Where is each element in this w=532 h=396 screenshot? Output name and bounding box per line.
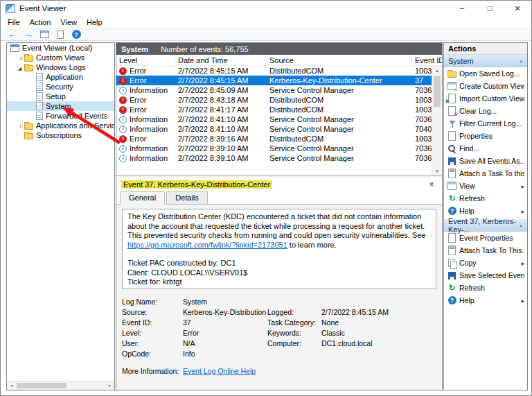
event-row[interactable]: Error 2/7/2022 8:45:15 AM DistributedCOM… <box>116 66 442 76</box>
action-find[interactable]: Find... <box>444 142 527 155</box>
tree-item-custom-views[interactable]: Custom Views <box>7 53 114 62</box>
action-open-saved-log[interactable]: Open Saved Log... <box>444 67 527 80</box>
events-count: Number of events: 56,755 <box>161 45 249 53</box>
tab-general[interactable]: General <box>120 191 165 205</box>
action-help-event[interactable]: Help <box>444 294 527 307</box>
action-label: Create Custom View... <box>459 82 524 90</box>
level-text: Error <box>130 76 146 85</box>
action-import-custom-view[interactable]: Import Custom View... <box>444 92 527 105</box>
action-attach-task-to-event[interactable]: Attach Task To This... <box>444 244 527 257</box>
event-description: The Key Distribution Center (KDC) encoun… <box>122 209 436 289</box>
console-tree-icon[interactable] <box>40 31 49 38</box>
action-create-custom-view[interactable]: Create Custom View... <box>444 80 527 92</box>
forward-icon[interactable] <box>22 29 35 40</box>
action-help[interactable]: Help <box>444 205 527 217</box>
maximize-icon[interactable] <box>476 1 504 16</box>
scrollbar-thumb[interactable] <box>434 76 441 107</box>
tree-item-security[interactable]: Security <box>7 82 114 92</box>
event-row[interactable]: Error 2/7/2022 8:39:16 AM DistributedCOM… <box>116 134 442 144</box>
action-copy[interactable]: Copy <box>444 257 527 269</box>
actions-section-event[interactable]: Event 37, Kerberos-Key-... <box>444 219 527 232</box>
field-label: Event ID: <box>122 318 183 327</box>
event-row[interactable]: Error 2/7/2022 8:43:18 AM DistributedCOM… <box>116 95 442 105</box>
tree-item-applications-and-services[interactable]: Applications and Services Lo <box>7 121 114 130</box>
action-refresh-event[interactable]: Refresh <box>444 282 527 294</box>
properties-icon[interactable] <box>57 31 64 39</box>
save-icon <box>447 271 456 280</box>
console-tree-panel: Event Viewer (Local) Custom Views Window… <box>6 42 115 390</box>
event-row[interactable]: Information 2/7/2022 8:39:10 AM Service … <box>116 153 442 163</box>
minimize-icon[interactable] <box>448 1 476 16</box>
chevron-expanded-icon[interactable] <box>17 63 23 71</box>
event-list-scrollbar[interactable] <box>432 66 442 175</box>
action-label: Clear Log... <box>459 107 497 115</box>
scroll-down-icon[interactable] <box>432 166 442 175</box>
menu-action[interactable]: Action <box>25 18 56 26</box>
chevron-collapsed-icon[interactable] <box>17 53 23 62</box>
scroll-up-icon[interactable] <box>432 66 442 75</box>
filter-icon <box>447 119 456 128</box>
menu-view[interactable]: View <box>55 18 82 26</box>
level-text: Error <box>130 67 146 75</box>
field-label: OpCode: <box>122 350 183 358</box>
event-row[interactable]: Information 2/7/2022 8:41:10 AM Service … <box>116 124 442 134</box>
actions-panel: Actions System Open Saved Log... Create … <box>443 42 528 390</box>
action-clear-log[interactable]: Clear Log... <box>444 105 527 117</box>
event-row[interactable]: Information 2/7/2022 8:41:10 AM Service … <box>116 114 442 124</box>
help-icon <box>447 207 456 216</box>
close-preview-icon[interactable] <box>426 180 437 189</box>
event-datetime: 2/7/2022 8:45:15 AM <box>175 66 267 76</box>
menu-file[interactable]: File <box>3 18 25 26</box>
fwlink-link[interactable]: https://go.microsoft.com/fwlink/?linkid=… <box>127 241 287 249</box>
field-value: 37 <box>183 318 267 327</box>
refresh-icon <box>447 194 456 203</box>
section-title: System <box>448 57 474 65</box>
field-value: N/A <box>183 339 267 347</box>
action-view[interactable]: View <box>444 180 527 192</box>
action-save-selected-event[interactable]: Save Selected Event... <box>444 269 527 282</box>
column-source[interactable]: Source <box>267 55 412 65</box>
tree-item-system[interactable]: System <box>7 101 114 111</box>
scroll-left-icon[interactable] <box>7 381 16 390</box>
column-date-time[interactable]: Date and Time <box>175 55 267 65</box>
action-refresh[interactable]: Refresh <box>444 192 527 205</box>
close-icon[interactable] <box>504 1 531 16</box>
back-icon[interactable] <box>6 29 19 40</box>
tree-item-subscriptions[interactable]: Subscriptions <box>7 130 114 140</box>
tree-item-setup[interactable]: Setup <box>7 92 114 101</box>
actions-section-system[interactable]: System <box>444 55 527 67</box>
action-save-all-events-as[interactable]: Save All Events As... <box>444 155 527 167</box>
tree-item-forwarded-events[interactable]: Forwarded Events <box>7 111 114 121</box>
event-row[interactable]: Error 2/7/2022 8:41:17 AM DistributedCOM… <box>116 105 442 114</box>
event-source: DistributedCOM <box>267 105 412 114</box>
ticket-line: Ticket PAC constructed by: DC1 <box>127 259 431 268</box>
window-title: Event Viewer <box>19 4 66 12</box>
open-folder-icon <box>447 71 456 78</box>
tree-horizontal-scrollbar[interactable] <box>7 381 114 390</box>
scrollbar-thumb[interactable] <box>17 383 66 388</box>
column-level[interactable]: Level <box>116 55 175 65</box>
tree-label: Application <box>46 73 83 81</box>
tree-item-windows-logs[interactable]: Windows Logs <box>7 62 114 72</box>
tab-details[interactable]: Details <box>166 191 208 205</box>
field-label: Logged: <box>267 308 321 316</box>
event-log-icon <box>36 92 43 101</box>
event-row[interactable]: Information 2/7/2022 8:45:09 AM Service … <box>116 85 442 95</box>
menu-help[interactable]: Help <box>82 18 107 26</box>
tree-item-application[interactable]: Application <box>7 72 114 82</box>
help-toolbar-icon[interactable] <box>70 29 82 40</box>
event-log-online-help-link[interactable]: Event Log Online Help <box>183 367 267 375</box>
column-event-id[interactable]: Event ID <box>412 55 442 65</box>
action-properties[interactable]: Properties <box>444 130 527 142</box>
action-filter-current-log[interactable]: Filter Current Log... <box>444 117 527 130</box>
tree-item-event-viewer-local[interactable]: Event Viewer (Local) <box>7 43 114 53</box>
scroll-right-icon[interactable] <box>105 381 114 390</box>
action-label: Help <box>459 207 475 215</box>
action-event-properties[interactable]: Event Properties <box>444 232 527 244</box>
action-attach-task-to-log[interactable]: Attach a Task To this... <box>444 167 527 180</box>
event-row[interactable]: Information 2/7/2022 8:39:10 AM Service … <box>116 144 442 153</box>
event-row-selected[interactable]: Error 2/7/2022 8:45:15 AM Kerberos-Key-D… <box>116 76 442 85</box>
event-datetime: 2/7/2022 8:39:10 AM <box>175 144 267 153</box>
event-datetime: 2/7/2022 8:41:10 AM <box>175 124 267 134</box>
chevron-collapsed-icon[interactable] <box>17 121 23 130</box>
